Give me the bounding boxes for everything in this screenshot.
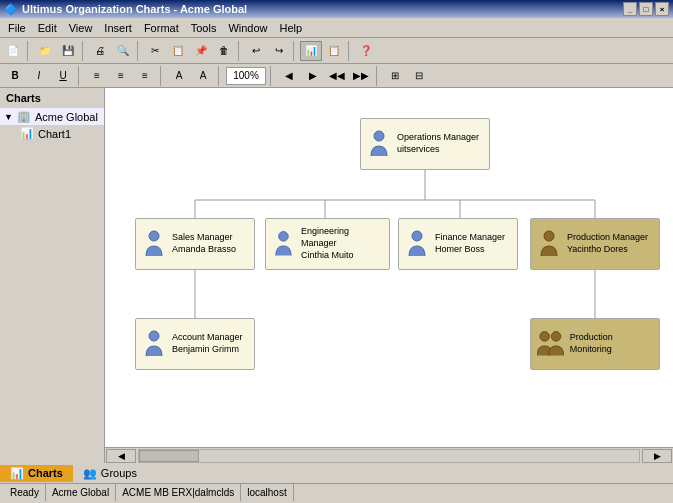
align-left[interactable]: ≡: [86, 66, 108, 86]
node-prodmonitor-title: Production Monitoring: [570, 332, 653, 355]
window-controls[interactable]: _ □ ×: [623, 2, 669, 16]
zoom-input[interactable]: 100%: [226, 67, 266, 85]
nav-next[interactable]: ▶: [302, 66, 324, 86]
chart-view-button[interactable]: 📊: [300, 41, 322, 61]
person-icon-sales: [142, 228, 166, 260]
svg-point-10: [279, 232, 289, 242]
svg-point-13: [149, 331, 159, 341]
scroll-track[interactable]: [138, 449, 640, 463]
sep2: [82, 41, 86, 61]
nav-charts[interactable]: 📊 Charts: [0, 465, 73, 482]
nav-bar: 📊 Charts 👥 Groups: [0, 463, 673, 483]
node-operations[interactable]: Operations Manager uitservices: [360, 118, 490, 170]
menu-format[interactable]: Format: [138, 20, 185, 36]
sidebar-item-acme[interactable]: ▼ 🏢 Acme Global: [0, 108, 104, 125]
scroll-thumb[interactable]: [139, 450, 199, 462]
save-button[interactable]: 💾: [57, 41, 79, 61]
tree-expand-icon: ▼: [4, 112, 13, 122]
node-sales[interactable]: Sales Manager Amanda Brasso: [135, 218, 255, 270]
node-production[interactable]: Production Manager Yacintho Dores: [530, 218, 660, 270]
nav-prev[interactable]: ◀: [278, 66, 300, 86]
app-icon: 🔷: [4, 3, 18, 16]
main-area: Charts ▼ 🏢 Acme Global 📊 Chart1: [0, 88, 673, 463]
cut-button[interactable]: ✂: [144, 41, 166, 61]
print-button[interactable]: 🖨: [89, 41, 111, 61]
menu-view[interactable]: View: [63, 20, 99, 36]
toolbar-format: B I U ≡ ≡ ≡ A A 100% ◀ ▶ ◀◀ ▶▶ ⊞ ⊟: [0, 64, 673, 88]
sep6: [348, 41, 352, 61]
align-center[interactable]: ≡: [110, 66, 132, 86]
font-btn[interactable]: A: [192, 66, 214, 86]
collapse-button[interactable]: ⊟: [408, 66, 430, 86]
undo-button[interactable]: ↩: [245, 41, 267, 61]
sep4: [238, 41, 242, 61]
menu-tools[interactable]: Tools: [185, 20, 223, 36]
node-account-title: Account Manager: [172, 332, 243, 344]
window-title: Ultimus Organization Charts - Acme Globa…: [22, 3, 623, 15]
nav-groups[interactable]: 👥 Groups: [73, 465, 147, 482]
expand-button[interactable]: ⊞: [384, 66, 406, 86]
align-right[interactable]: ≡: [134, 66, 156, 86]
acme-label: Acme Global: [35, 111, 98, 123]
status-bar: Ready Acme Global ACME MB ERX|dalmclds l…: [0, 483, 673, 501]
person-icon-engineering: [272, 228, 295, 260]
node-operations-title: Operations Manager: [397, 132, 479, 144]
node-sales-name: Amanda Brasso: [172, 244, 236, 256]
close-button[interactable]: ×: [655, 2, 669, 16]
help-button[interactable]: ❓: [355, 41, 377, 61]
preview-button[interactable]: 🔍: [112, 41, 134, 61]
menu-edit[interactable]: Edit: [32, 20, 63, 36]
person-icon-operations: [367, 128, 391, 160]
nav-next2[interactable]: ▶▶: [350, 66, 372, 86]
menu-window[interactable]: Window: [222, 20, 273, 36]
node-sales-title: Sales Manager: [172, 232, 236, 244]
menu-help[interactable]: Help: [274, 20, 309, 36]
sep10: [270, 66, 274, 86]
color-btn[interactable]: A: [168, 66, 190, 86]
menu-insert[interactable]: Insert: [98, 20, 138, 36]
node-finance-title: Finance Manager: [435, 232, 505, 244]
svg-point-15: [551, 332, 561, 342]
sep7: [78, 66, 82, 86]
node-engineering[interactable]: Engineering Manager Cinthia Muito: [265, 218, 390, 270]
org-icon: 🏢: [17, 110, 31, 123]
chart-content: Operations Manager uitservices Sales Man…: [105, 88, 673, 463]
node-operations-name: uitservices: [397, 144, 479, 156]
node-account-name: Benjamin Grimm: [172, 344, 243, 356]
format-btn2[interactable]: I: [28, 66, 50, 86]
sep9: [218, 66, 222, 86]
list-view-button[interactable]: 📋: [323, 41, 345, 61]
node-account[interactable]: Account Manager Benjamin Grimm: [135, 318, 255, 370]
status-ready: Ready: [4, 484, 46, 501]
sidebar-item-chart1[interactable]: 📊 Chart1: [0, 125, 104, 142]
node-finance-name: Homer Boss: [435, 244, 505, 256]
format-btn1[interactable]: B: [4, 66, 26, 86]
menu-file[interactable]: File: [2, 20, 32, 36]
paste-button[interactable]: 📌: [190, 41, 212, 61]
person-icon-prodmonitor: [537, 328, 564, 360]
sep3: [137, 41, 141, 61]
delete-button[interactable]: 🗑: [213, 41, 235, 61]
scroll-left[interactable]: ◀: [106, 449, 136, 463]
minimize-button[interactable]: _: [623, 2, 637, 16]
scroll-right[interactable]: ▶: [642, 449, 672, 463]
node-production-text: Production Manager Yacintho Dores: [567, 232, 648, 255]
copy-button[interactable]: 📋: [167, 41, 189, 61]
menu-bar: File Edit View Insert Format Tools Windo…: [0, 18, 673, 38]
scrollbar-horizontal[interactable]: ◀ ▶: [105, 447, 673, 463]
open-button[interactable]: 📁: [34, 41, 56, 61]
node-finance[interactable]: Finance Manager Homer Boss: [398, 218, 518, 270]
node-finance-text: Finance Manager Homer Boss: [435, 232, 505, 255]
node-prod-monitor[interactable]: Production Monitoring: [530, 318, 660, 370]
new-button[interactable]: 📄: [2, 41, 24, 61]
groups-icon: 👥: [83, 467, 97, 480]
chart-icon: 📊: [20, 127, 34, 140]
node-account-text: Account Manager Benjamin Grimm: [172, 332, 243, 355]
node-sales-text: Sales Manager Amanda Brasso: [172, 232, 236, 255]
node-operations-text: Operations Manager uitservices: [397, 132, 479, 155]
format-btn3[interactable]: U: [52, 66, 74, 86]
svg-point-8: [374, 131, 384, 141]
nav-prev2[interactable]: ◀◀: [326, 66, 348, 86]
redo-button[interactable]: ↪: [268, 41, 290, 61]
maximize-button[interactable]: □: [639, 2, 653, 16]
